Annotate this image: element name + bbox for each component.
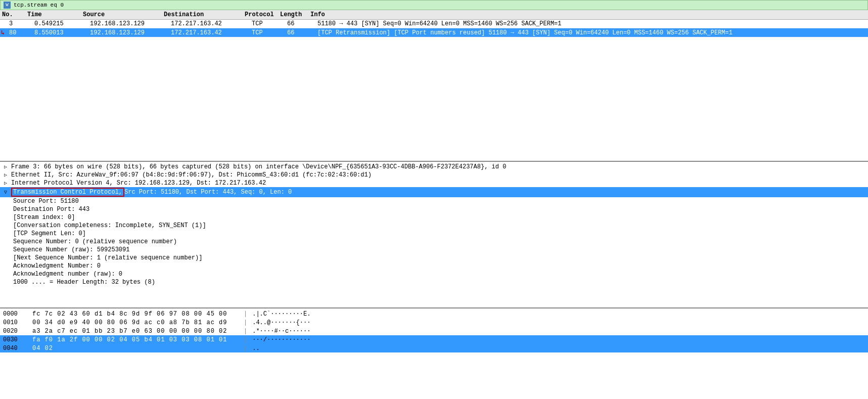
detail-ack-raw: Acknowledgment number (raw): 0 (0, 270, 868, 278)
expand-icon: ▷ (4, 164, 11, 170)
packet-length: 66 (285, 29, 315, 36)
packet-no: 3 (7, 20, 32, 27)
packet-time: 8.550013 (32, 29, 88, 36)
hex-offset: 0030 (0, 336, 25, 343)
packet-info: 51180 → 443 [SYN] Seq=0 Win=64240 Len=0 … (315, 20, 868, 27)
detail-ip-row[interactable]: ▷ Internet Protocol Version 4, Src: 192.… (0, 179, 868, 187)
title-bar: W tcp.stream eq 0 (0, 0, 868, 10)
wireshark-icon: W (4, 2, 11, 9)
detail-tcp-label: Transmission Control Protocol, (11, 188, 124, 197)
hex-bytes: 04 02 (29, 345, 242, 352)
packet-source: 192.168.123.129 (88, 20, 169, 27)
hex-row: 0000 fc 7c 02 43 60 d1 b4 8c 9d 9f 06 97… (0, 309, 868, 318)
hex-row: 0010 00 34 d0 e9 40 00 80 06 9d ac c0 a8… (0, 318, 868, 327)
hex-ascii: .*····#··c······ (249, 328, 868, 335)
detail-conversation: [Conversation completeness: Incomplete, … (0, 221, 868, 230)
packet-list-panel: No. Time Source Destination Protocol Len… (0, 10, 868, 162)
expand-icon: ▽ (4, 189, 11, 195)
hex-row-selected: 0040 04 02 | .. (0, 344, 868, 352)
detail-frame-text: Frame 3: 66 bytes on wire (528 bits), 66… (11, 163, 506, 170)
expand-icon: ▷ (4, 180, 11, 186)
hex-panel: 0000 fc 7c 02 43 60 d1 b4 8c 9d 9f 06 97… (0, 308, 868, 399)
hex-offset: 0010 (0, 319, 25, 326)
col-no-header: No. (0, 11, 25, 18)
hex-ascii: .. (249, 345, 868, 352)
hex-bytes: 00 34 d0 e9 40 00 80 06 9d ac c0 a8 7b 8… (29, 319, 242, 326)
col-dest-header: Destination (162, 11, 243, 18)
detail-segment-len: [TCP Segment Len: 0] (0, 230, 868, 238)
expand-icon: ▷ (4, 172, 11, 178)
table-row[interactable]: ↳ 80 8.550013 192.168.123.129 172.217.16… (0, 28, 868, 37)
hex-bytes: fc 7c 02 43 60 d1 b4 8c 9d 9f 06 97 08 0… (29, 311, 242, 318)
detail-stream-index: [Stream index: 0] (0, 213, 868, 221)
packet-dest: 172.217.163.42 (169, 20, 250, 27)
detail-next-seq: [Next Sequence Number: 1 (relative seque… (0, 254, 868, 262)
detail-frame-row[interactable]: ▷ Frame 3: 66 bytes on wire (528 bits), … (0, 163, 868, 171)
col-source-header: Source (81, 11, 162, 18)
packet-no: 80 (7, 29, 32, 36)
hex-ascii: ···/············ (249, 336, 868, 343)
packet-length: 66 (285, 20, 315, 27)
hex-offset: 0040 (0, 345, 25, 352)
col-length-header: Length (278, 11, 308, 18)
detail-ack-num: Acknowledgment Number: 0 (0, 262, 868, 270)
detail-ethernet-text: Ethernet II, Src: AzureWav_9f:06:97 (b4:… (11, 171, 372, 179)
hex-bytes: a3 2a c7 ec 01 bb 23 b7 e0 63 00 00 00 0… (29, 328, 242, 335)
detail-source-port: Source Port: 51180 (0, 197, 868, 205)
detail-panel: ▷ Frame 3: 66 bytes on wire (528 bits), … (0, 162, 868, 308)
col-proto-header: Protocol (243, 11, 278, 18)
detail-tcp-rest: Src Port: 51180, Dst Port: 443, Seq: 0, … (124, 189, 292, 196)
detail-seq-num: Sequence Number: 0 (relative sequence nu… (0, 238, 868, 246)
hex-row-selected: 0030 fa f0 1a 2f 00 00 02 04 05 b4 01 03… (0, 335, 868, 344)
packet-protocol: TCP (250, 29, 285, 36)
hex-ascii: .4..@·······{··· (249, 319, 868, 326)
col-time-header: Time (25, 11, 81, 18)
packet-info: [TCP Retransmission] [TCP Port numbers r… (315, 29, 868, 36)
detail-dest-port: Destination Port: 443 (0, 205, 868, 213)
hex-ascii: .|.C`·········E. (249, 311, 868, 318)
filter-display: tcp.stream eq 0 (14, 2, 64, 8)
detail-ethernet-row[interactable]: ▷ Ethernet II, Src: AzureWav_9f:06:97 (b… (0, 171, 868, 179)
packet-dest: 172.217.163.42 (169, 29, 250, 36)
row-arrow: ↳ (0, 29, 7, 36)
packet-source: 192.168.123.129 (88, 29, 169, 36)
packet-time: 0.549215 (32, 20, 88, 27)
column-headers: No. Time Source Destination Protocol Len… (0, 10, 868, 20)
hex-offset: 0020 (0, 328, 25, 335)
hex-bytes: fa f0 1a 2f 00 00 02 04 05 b4 01 03 03 0… (29, 336, 242, 343)
col-info-header: Info (308, 11, 868, 18)
packet-protocol: TCP (250, 20, 285, 27)
table-row[interactable]: 3 0.549215 192.168.123.129 172.217.163.4… (0, 20, 868, 28)
detail-ip-text: Internet Protocol Version 4, Src: 192.16… (11, 180, 266, 187)
detail-seq-raw: Sequence Number (raw): 599253091 (0, 246, 868, 254)
detail-tcp-row[interactable]: ▽ Transmission Control Protocol, Src Por… (0, 187, 868, 197)
detail-header-len: 1000 .... = Header Length: 32 bytes (8) (0, 278, 868, 286)
hex-row: 0020 a3 2a c7 ec 01 bb 23 b7 e0 63 00 00… (0, 327, 868, 335)
hex-offset: 0000 (0, 311, 25, 318)
